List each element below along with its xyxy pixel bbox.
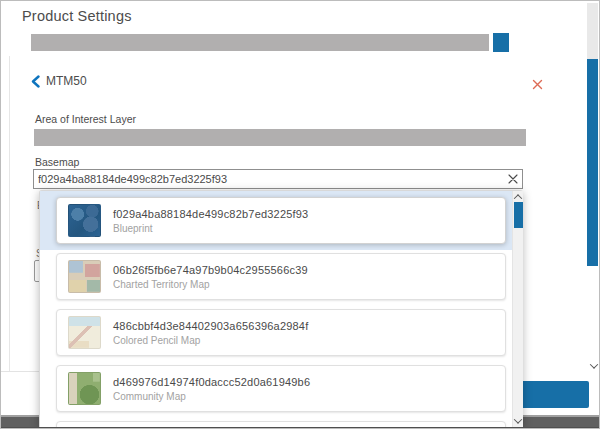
chevron-down-icon xyxy=(514,415,522,423)
window-scrollbar-track[interactable] xyxy=(587,3,598,59)
basemap-input[interactable] xyxy=(34,170,504,188)
option-text: d469976d14974f0daccc52d0a61949b6 Communi… xyxy=(113,376,310,402)
basemap-dropdown: f029a4ba88184de499c82b7ed3225f93 Bluepri… xyxy=(39,190,523,428)
dropdown-scrollbar-track[interactable] xyxy=(512,191,523,428)
basemap-option-colored-pencil[interactable]: 486cbbf4d3e84402903a656396a2984f Colored… xyxy=(56,309,506,356)
option-id: 06b26f5fb6e74a97b9b04c2955566c39 xyxy=(113,264,308,276)
basemap-label: Basemap xyxy=(35,156,79,168)
option-title: Community Map xyxy=(113,391,310,402)
close-icon xyxy=(532,79,543,90)
page-title: Product Settings xyxy=(22,8,132,24)
window-scrollbar-thumb[interactable] xyxy=(587,59,598,266)
dropdown-scrollbar-thumb[interactable] xyxy=(514,202,523,228)
clear-input-button[interactable] xyxy=(504,170,522,188)
panel-left-border xyxy=(9,56,10,371)
product-settings-window: Product Settings MTM50 Area of Interest … xyxy=(0,0,600,429)
option-text: 486cbbf4d3e84402903a656396a2984f Colored… xyxy=(113,320,308,346)
back-button[interactable]: MTM50 xyxy=(31,74,87,88)
option-title: Colored Pencil Map xyxy=(113,335,308,346)
blueprint-thumbnail xyxy=(68,204,101,237)
basemap-input-wrap xyxy=(33,169,523,189)
redacted-header-bar xyxy=(31,34,489,51)
option-id: f029a4ba88184de499c82b7ed3225f93 xyxy=(113,208,308,220)
option-title: Charted Territory Map xyxy=(113,279,308,290)
option-title: Blueprint xyxy=(113,223,308,234)
option-id: 486cbbf4d3e84402903a656396a2984f xyxy=(113,320,308,332)
charted-territory-thumbnail xyxy=(68,260,101,293)
option-id: d469976d14974f0daccc52d0a61949b6 xyxy=(113,376,310,388)
option-text: 06b26f5fb6e74a97b9b04c2955566c39 Charted… xyxy=(113,264,308,290)
close-button[interactable] xyxy=(530,77,544,91)
basemap-option-blueprint[interactable]: f029a4ba88184de499c82b7ed3225f93 Bluepri… xyxy=(56,197,506,244)
window-scrollbar-down-button[interactable] xyxy=(588,359,599,372)
area-of-interest-field-redacted[interactable] xyxy=(34,129,526,146)
header-bar-action-square[interactable] xyxy=(493,33,509,52)
dropdown-scroll-down-button[interactable] xyxy=(513,415,523,427)
chevron-left-icon xyxy=(31,75,40,88)
basemap-option-community[interactable]: d469976d14974f0daccc52d0a61949b6 Communi… xyxy=(56,365,506,412)
colored-pencil-thumbnail xyxy=(68,316,101,349)
area-of-interest-label: Area of Interest Layer xyxy=(35,113,136,125)
back-button-label: MTM50 xyxy=(46,74,87,88)
clear-x-icon xyxy=(508,174,518,184)
option-text: f029a4ba88184de499c82b7ed3225f93 Bluepri… xyxy=(113,208,308,234)
community-thumbnail xyxy=(68,372,101,405)
chevron-down-icon xyxy=(589,360,597,368)
basemap-option-charted-territory[interactable]: 06b26f5fb6e74a97b9b04c2955566c39 Charted… xyxy=(56,253,506,300)
